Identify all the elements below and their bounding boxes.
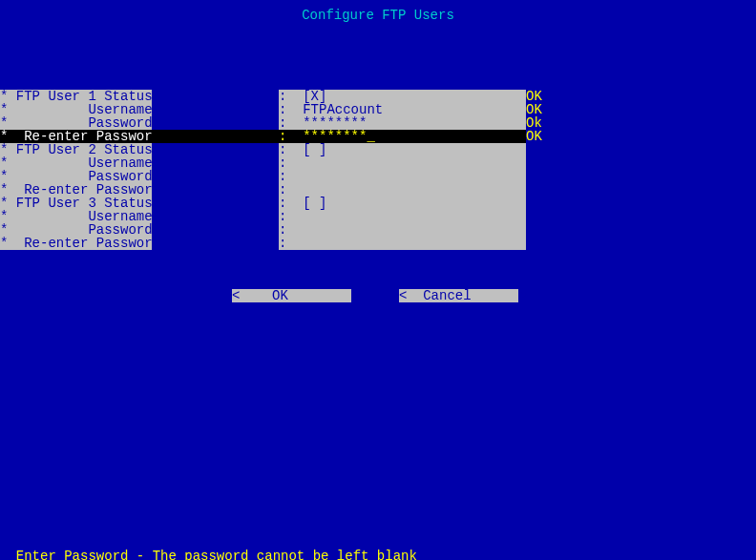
- page-title: Configure FTP Users: [302, 0, 454, 22]
- field-label: * Re-enter Password: [0, 183, 152, 197]
- form-row[interactable]: * Username: FTPAccountOK: [0, 103, 756, 116]
- field-value[interactable]: :: [279, 170, 526, 183]
- field-status: [526, 156, 540, 170]
- field-status: [526, 237, 540, 250]
- field-label: * Re-enter Password: [0, 130, 152, 143]
- form-row[interactable]: * Re-enter Password:: [0, 237, 756, 250]
- field-label: * Password: [0, 223, 152, 237]
- form-area: * FTP User 1 Status: [X]OK* Username: FT…: [0, 90, 756, 250]
- field-status: OK: [526, 90, 540, 103]
- field-status: OK: [526, 130, 540, 143]
- field-status: [526, 183, 540, 197]
- field-value[interactable]: : [X]: [279, 90, 526, 103]
- button-row: < OK > < Cancel >: [0, 289, 756, 302]
- field-status: [526, 143, 540, 156]
- form-row[interactable]: * Password:: [0, 223, 756, 237]
- header: Configure FTP Users: [0, 0, 756, 51]
- field-status: OK: [526, 103, 540, 116]
- field-label: * Re-enter Password: [0, 237, 152, 250]
- form-row[interactable]: * Password: ********Ok: [0, 116, 756, 130]
- field-label: * Username: [0, 156, 152, 170]
- field-label: * Username: [0, 103, 152, 116]
- field-label: * Username: [0, 210, 152, 223]
- form-row[interactable]: * Password:: [0, 170, 756, 183]
- field-value[interactable]: :: [279, 237, 526, 250]
- form-row[interactable]: * FTP User 2 Status: [ ]: [0, 143, 756, 156]
- field-status: [526, 210, 540, 223]
- field-value[interactable]: : FTPAccount: [279, 103, 526, 116]
- status-bar: Enter Password - The password cannot be …: [0, 532, 756, 560]
- field-status: [526, 197, 540, 210]
- cancel-button[interactable]: < Cancel >: [399, 289, 518, 302]
- form-row[interactable]: * FTP User 3 Status: [ ]: [0, 197, 756, 210]
- field-label: * FTP User 3 Status: [0, 197, 152, 210]
- field-value[interactable]: : [ ]: [279, 143, 526, 156]
- field-value[interactable]: :: [279, 156, 526, 170]
- field-value[interactable]: : ********: [279, 116, 526, 130]
- field-label: * Password: [0, 116, 152, 130]
- ok-button[interactable]: < OK >: [232, 289, 351, 302]
- field-value[interactable]: :: [279, 183, 526, 197]
- field-value[interactable]: :: [279, 210, 526, 223]
- form-row[interactable]: * FTP User 1 Status: [X]OK: [0, 90, 756, 103]
- field-label: * FTP User 1 Status: [0, 90, 152, 103]
- field-label: * Password: [0, 170, 152, 183]
- status-text: Enter Password - The password cannot be …: [16, 549, 417, 560]
- form-row[interactable]: * Username:: [0, 210, 756, 223]
- field-status: [526, 223, 540, 237]
- form-row[interactable]: * Username:: [0, 156, 756, 170]
- field-label: * FTP User 2 Status: [0, 143, 152, 156]
- field-status: [526, 170, 540, 183]
- form-row[interactable]: * Re-enter Password:: [0, 183, 756, 197]
- field-value[interactable]: : ********_: [279, 130, 526, 143]
- form-row[interactable]: * Re-enter Password: ********_OK: [0, 130, 756, 143]
- field-value[interactable]: :: [279, 223, 526, 237]
- field-value[interactable]: : [ ]: [279, 197, 526, 210]
- field-status: Ok: [526, 116, 540, 130]
